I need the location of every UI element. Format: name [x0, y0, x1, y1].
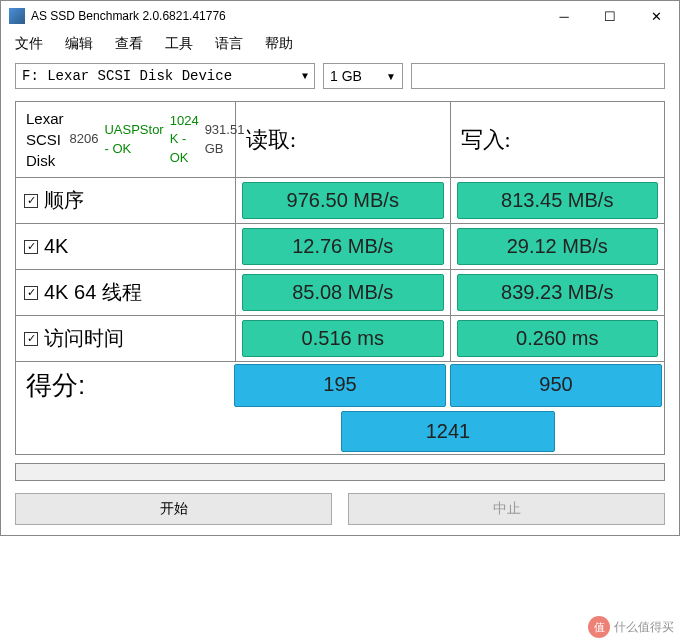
score-label: 得分:	[16, 362, 232, 409]
toolbar: F: Lexar SCSI Disk Device ▼ 1 GB ▼	[1, 57, 679, 95]
score-read: 195	[234, 364, 446, 407]
write-header-cell: 写入:	[451, 102, 665, 177]
score-total-wrap: 1241	[16, 409, 664, 454]
test-row-4k: ✓ 4K 12.76 MB/s 29.12 MB/s	[16, 224, 664, 270]
seq-write-result: 813.45 MB/s	[457, 182, 659, 219]
test-4k64-label: 4K 64 线程	[44, 279, 142, 306]
4k64-write-result: 839.23 MB/s	[457, 274, 659, 311]
menu-tools[interactable]: 工具	[165, 35, 193, 53]
chevron-down-icon: ▼	[386, 71, 396, 82]
drive-info: Lexar SCSI Disk 8206 UASPStor - OK 1024 …	[16, 102, 236, 177]
abort-button: 中止	[348, 493, 665, 525]
write-header: 写入:	[461, 125, 511, 155]
chevron-down-icon: ▼	[302, 71, 308, 82]
test-label-cell: ✓ 访问时间	[16, 316, 236, 361]
test-label-cell: ✓ 4K 64 线程	[16, 270, 236, 315]
checkbox-seq[interactable]: ✓	[24, 194, 38, 208]
result-cell: 85.08 MB/s	[236, 270, 451, 315]
driver-status: UASPStor - OK	[104, 121, 163, 157]
test-4k-label: 4K	[44, 235, 68, 258]
result-cell: 0.516 ms	[236, 316, 451, 361]
test-row-seq: ✓ 顺序 976.50 MB/s 813.45 MB/s	[16, 178, 664, 224]
read-header: 读取:	[246, 125, 296, 155]
titlebar: AS SSD Benchmark 2.0.6821.41776 ─ ☐ ✕	[1, 1, 679, 31]
result-cell: 12.76 MB/s	[236, 224, 451, 269]
watermark-text: 什么值得买	[614, 619, 674, 636]
score-total: 1241	[341, 411, 555, 452]
menu-help[interactable]: 帮助	[265, 35, 293, 53]
header-row: Lexar SCSI Disk 8206 UASPStor - OK 1024 …	[16, 102, 664, 178]
menubar: 文件 编辑 查看 工具 语言 帮助	[1, 31, 679, 57]
start-button[interactable]: 开始	[15, 493, 332, 525]
test-seq-label: 顺序	[44, 187, 84, 214]
checkbox-access[interactable]: ✓	[24, 332, 38, 346]
close-button[interactable]: ✕	[633, 1, 679, 31]
button-bar: 开始 中止	[1, 489, 679, 535]
result-cell: 0.260 ms	[451, 316, 665, 361]
result-cell: 29.12 MB/s	[451, 224, 665, 269]
window-controls: ─ ☐ ✕	[541, 1, 679, 31]
menu-edit[interactable]: 编辑	[65, 35, 93, 53]
watermark-icon: 值	[588, 616, 610, 638]
app-window: AS SSD Benchmark 2.0.6821.41776 ─ ☐ ✕ 文件…	[0, 0, 680, 536]
window-title: AS SSD Benchmark 2.0.6821.41776	[31, 9, 541, 23]
app-icon	[9, 8, 25, 24]
score-row: 得分: 195 950 1241	[16, 362, 664, 454]
score-write: 950	[450, 364, 662, 407]
drive-select-value: F: Lexar SCSI Disk Device	[22, 68, 232, 84]
test-label-cell: ✓ 顺序	[16, 178, 236, 223]
test-row-4k64: ✓ 4K 64 线程 85.08 MB/s 839.23 MB/s	[16, 270, 664, 316]
4k64-read-result: 85.08 MB/s	[242, 274, 444, 311]
access-read-result: 0.516 ms	[242, 320, 444, 357]
result-cell: 976.50 MB/s	[236, 178, 451, 223]
drive-select[interactable]: F: Lexar SCSI Disk Device ▼	[15, 63, 315, 89]
size-select-value: 1 GB	[330, 68, 362, 84]
minimize-button[interactable]: ─	[541, 1, 587, 31]
test-access-label: 访问时间	[44, 325, 124, 352]
checkbox-4k[interactable]: ✓	[24, 240, 38, 254]
results-panel: Lexar SCSI Disk 8206 UASPStor - OK 1024 …	[15, 101, 665, 455]
access-write-result: 0.260 ms	[457, 320, 659, 357]
seq-read-result: 976.50 MB/s	[242, 182, 444, 219]
menu-language[interactable]: 语言	[215, 35, 243, 53]
drive-name: Lexar SCSI Disk	[26, 108, 64, 171]
maximize-button[interactable]: ☐	[587, 1, 633, 31]
read-header-cell: 读取:	[236, 102, 451, 177]
checkbox-4k64[interactable]: ✓	[24, 286, 38, 300]
test-row-access: ✓ 访问时间 0.516 ms 0.260 ms	[16, 316, 664, 362]
4k-read-result: 12.76 MB/s	[242, 228, 444, 265]
alignment-status: 1024 K - OK	[170, 112, 199, 167]
4k-write-result: 29.12 MB/s	[457, 228, 659, 265]
drive-model: 8206	[70, 130, 99, 148]
toolbar-input[interactable]	[411, 63, 665, 89]
menu-view[interactable]: 查看	[115, 35, 143, 53]
progress-bar	[15, 463, 665, 481]
size-select[interactable]: 1 GB ▼	[323, 63, 403, 89]
result-cell: 839.23 MB/s	[451, 270, 665, 315]
test-label-cell: ✓ 4K	[16, 224, 236, 269]
result-cell: 813.45 MB/s	[451, 178, 665, 223]
menu-file[interactable]: 文件	[15, 35, 43, 53]
watermark: 值 什么值得买	[588, 616, 674, 638]
